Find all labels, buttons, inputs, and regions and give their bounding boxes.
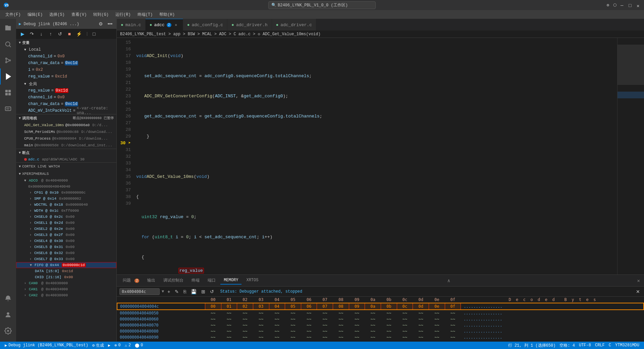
callstack-item-2[interactable]: CPU0_Process@0x00000904 D:/downloa... [16,135,116,142]
tab-adcc[interactable]: ● adcc 2 ✕ [146,19,183,31]
status-warnings[interactable]: ⚠ 2 [123,342,133,349]
peripheral-fifo-data[interactable]: DATA [15:0] 0xc1d [16,268,116,274]
activity-extensions[interactable] [0,85,16,101]
status-line-col[interactable]: 行 21, 列 1 (选择650) [506,343,558,348]
debug-settings-button[interactable]: ⚙ [97,20,104,28]
variables-header[interactable]: ▼ 变量 [16,39,116,46]
memory-columns-button[interactable]: ⊞ [200,288,207,295]
memory-edit-button[interactable]: ✎ [173,288,180,295]
step-out-button[interactable]: ↑ [47,30,54,38]
panel-collapse-button[interactable]: ∧ [446,278,451,284]
activity-settings[interactable] [0,323,16,339]
tab-main-c[interactable]: ● main.c [117,19,146,31]
status-lang[interactable]: C [607,343,613,348]
breakpoints-header[interactable]: ▼ 断点 [16,149,116,156]
panel-tab-terminal[interactable]: 终端 [188,276,203,285]
memory-save-button[interactable]: 💾 [190,288,198,295]
debug-more-button[interactable]: ••• [106,20,114,28]
peripheral-fifo[interactable]: ▼ FIFO @ 0x44 0x00000c1d [16,262,116,268]
tab-adc-driver-h[interactable]: ● adc_driver.h [227,19,272,31]
callstack-header[interactable]: ▼ 调用堆栈 断点@0x00000060 已暂停 [16,114,116,122]
panel-tab-memory[interactable]: MEMORY [220,277,241,285]
panel-tab-port[interactable]: 端口 [204,276,219,285]
hot-reload-button[interactable]: ⚡ [75,30,83,38]
peripheral-cfg1[interactable]: › CFG1 @ 0x10 0x00000000c [16,190,116,196]
code-editor[interactable]: 15 16 17 18 19 20 21 22 23 24 25 26 27 2… [117,38,644,275]
stop-button[interactable]: ■ [66,30,73,38]
status-encoding[interactable]: UTF-8 [577,343,593,348]
peripheral-chsel3[interactable]: › CHSEL3 @ 0x2f 0x00 [16,232,116,238]
peripheral-chsel0[interactable]: › CHSEL0 @ 0x2c 0x00 [16,214,116,220]
memory-add-button[interactable]: + [166,288,171,295]
activity-debug[interactable] [0,68,16,85]
status-eol[interactable]: CRLF [593,343,607,348]
menu-run[interactable]: 运行(R) [113,11,133,18]
callstack-item-1[interactable]: SchM_Period1Ms@0x0000c88 D:/download... [16,129,116,135]
activity-account[interactable] [0,307,16,323]
var-reg-value-local[interactable]: reg_value = 0xc1d [16,73,116,80]
status-debug[interactable]: ▶ Debug jlink (B2406_LYNK_PBL_test) [3,342,90,349]
peripheral-chsel1[interactable]: › CHSEL1 @ 0x2d 0x00 [16,220,116,226]
var-channel-id-local[interactable]: channel_id = 0x0 [16,53,116,60]
peripheral-chsel5[interactable]: › CHSEL5 @ 0x31 0x00 [16,244,116,250]
restart-button[interactable]: ↺ [56,30,64,38]
menu-goto[interactable]: 转到(G) [91,11,111,18]
menu-edit[interactable]: 编辑(E) [25,11,46,18]
peripheral-adco-val[interactable]: 0x00000000040040040 [16,184,116,190]
peripheral-chsel7[interactable]: › CHSEL7 @ 0x33 0x00 [16,256,116,262]
activity-cortex[interactable] [0,101,16,117]
close-button[interactable]: ✕ [637,3,641,7]
peripheral-wdth[interactable]: › WDTH @ 0x1c 0xff0000 [16,208,116,214]
status-run[interactable]: ▶ [106,342,112,349]
peripheral-adco[interactable]: ▼ ADCO @ 0x40040000 [16,178,116,184]
menu-select[interactable]: 选择(S) [47,11,67,18]
status-errors[interactable]: ⊗ 0 [112,342,122,349]
breakpoint-item-0[interactable]: adc.c app\BSW\MCAL\ADC 30 [16,156,116,162]
remote-icon[interactable]: ⬡ [613,3,616,8]
panel-close-button[interactable]: ✕ [636,278,641,284]
cortex-live-watch-header[interactable]: ▼ CORTEX LIVE WATCH [16,163,116,170]
menu-view[interactable]: 查看(V) [69,11,90,18]
step-over-button[interactable]: ↷ [28,30,36,38]
memory-address-input[interactable] [119,288,160,295]
status-font[interactable]: YTM3281MDU [613,343,641,348]
menu-help[interactable]: 帮助(H) [157,11,177,18]
panel-tab-xrtos[interactable]: XRTOS [243,277,262,285]
panel-tab-problems[interactable]: 问题 2 [119,276,143,285]
xperipherals-header[interactable]: ▼ XPERIPHERALS [16,170,116,178]
toggle-panel-button[interactable]: □ [90,30,98,38]
tab-close-adcc[interactable]: ✕ [173,22,179,28]
var-chan-raw-data-local[interactable]: chan_raw_data = 0xc1d [16,60,116,66]
var-reg-value-global[interactable]: reg_value = 0xc1d [16,87,116,94]
status-breakpoints[interactable]: ⬤ 0 [133,342,145,349]
activity-git[interactable] [0,52,16,68]
peripheral-can1[interactable]: › CAN1 @ 0x40034000 [16,286,116,292]
panel-tab-output[interactable]: 输出 [144,276,159,285]
var-adc-mv-global[interactable]: ADC_mV_IntPackVolt = <-var-create: una..… [16,107,116,114]
memory-dropdown-arrow[interactable]: ▼ [162,289,164,294]
settings-icon[interactable]: ⚙ [607,3,609,8]
callstack-item-3[interactable]: main@0x000005de D:/download_and_inst... [16,142,116,149]
activity-search[interactable] [0,36,16,52]
minimize-button[interactable]: ─ [621,3,625,7]
peripheral-wdctrl[interactable]: › WDCTRL @ 0x18 0x00000040 [16,202,116,208]
activity-explorer[interactable] [0,20,16,36]
menu-file[interactable]: 文件(F) [3,11,23,18]
global-group[interactable]: ▼ 全局 [16,81,116,87]
local-group[interactable]: ▼ Local [16,46,116,53]
tab-adc-config[interactable]: ● adc_config.c [183,19,227,31]
callstack-item-0[interactable]: ADC_Get_Value_10ms@0x000006a0 D:/d... [16,122,116,129]
panel-tab-debug-console[interactable]: 调试控制台 [160,276,187,285]
memory-close-tab-button[interactable]: ✕ [635,288,641,295]
maximize-button[interactable]: □ [629,3,633,7]
peripheral-chsel6[interactable]: › CHSEL6 @ 0x32 0x00 [16,250,116,256]
continue-button[interactable]: ▶ [19,30,26,38]
activity-notifications[interactable] [0,291,16,307]
peripheral-chsel2[interactable]: › CHSEL2 @ 0x2e 0x00 [16,226,116,232]
memory-refresh-button[interactable]: ↺ [209,288,215,295]
peripheral-chsel4[interactable]: › CHSEL4 @ 0x30 0x00 [16,238,116,244]
menu-terminal[interactable]: 终端(T) [135,11,156,18]
search-bar[interactable]: 🔍 B2406_LYNK_PBL_V1_0_0 (工作区) [268,1,376,9]
step-into-button[interactable]: ↓ [38,30,45,38]
peripheral-can0[interactable]: › CAN0 @ 0x40030000 [16,280,116,286]
